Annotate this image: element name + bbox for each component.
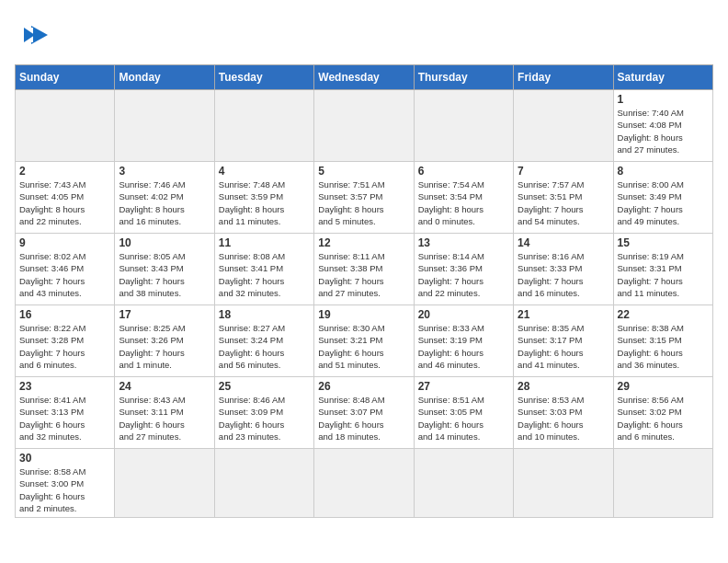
calendar-cell: 3Sunrise: 7:46 AM Sunset: 4:02 PM Daylig… [115, 162, 214, 234]
weekday-header-monday: Monday [115, 65, 214, 90]
day-info: Sunrise: 7:48 AM Sunset: 3:59 PM Dayligh… [219, 178, 310, 227]
day-info: Sunrise: 7:51 AM Sunset: 3:57 PM Dayligh… [318, 178, 409, 227]
day-info: Sunrise: 8:33 AM Sunset: 3:19 PM Dayligh… [418, 322, 509, 371]
day-number: 10 [119, 236, 210, 249]
day-info: Sunrise: 8:38 AM Sunset: 3:15 PM Dayligh… [618, 322, 709, 371]
calendar-cell [16, 90, 115, 162]
day-info: Sunrise: 8:16 AM Sunset: 3:33 PM Dayligh… [518, 250, 609, 299]
calendar-cell [613, 449, 712, 518]
day-number: 28 [518, 380, 609, 393]
calendar-cell [214, 449, 313, 518]
day-number: 15 [618, 236, 709, 249]
day-info: Sunrise: 7:57 AM Sunset: 3:51 PM Dayligh… [518, 178, 609, 227]
day-info: Sunrise: 8:48 AM Sunset: 3:07 PM Dayligh… [318, 394, 409, 442]
calendar-header-row: SundayMondayTuesdayWednesdayThursdayFrid… [16, 65, 713, 90]
day-number: 12 [318, 236, 409, 249]
weekday-header-saturday: Saturday [613, 65, 712, 90]
day-number: 9 [19, 236, 110, 249]
day-number: 21 [518, 308, 609, 321]
calendar-cell [514, 449, 613, 518]
calendar-cell: 6Sunrise: 7:54 AM Sunset: 3:54 PM Daylig… [414, 162, 513, 234]
day-info: Sunrise: 8:56 AM Sunset: 3:02 PM Dayligh… [618, 394, 709, 442]
day-info: Sunrise: 8:51 AM Sunset: 3:05 PM Dayligh… [418, 394, 509, 442]
day-info: Sunrise: 8:22 AM Sunset: 3:28 PM Dayligh… [19, 322, 110, 371]
calendar-cell: 26Sunrise: 8:48 AM Sunset: 3:07 PM Dayli… [314, 377, 414, 449]
calendar-cell [514, 90, 613, 162]
weekday-header-tuesday: Tuesday [214, 65, 313, 90]
day-info: Sunrise: 7:43 AM Sunset: 4:05 PM Dayligh… [19, 178, 110, 227]
page: SundayMondayTuesdayWednesdayThursdayFrid… [0, 0, 728, 527]
day-info: Sunrise: 8:58 AM Sunset: 3:00 PM Dayligh… [19, 465, 110, 514]
day-info: Sunrise: 8:11 AM Sunset: 3:38 PM Dayligh… [318, 250, 409, 299]
calendar-cell: 8Sunrise: 8:00 AM Sunset: 3:49 PM Daylig… [613, 162, 712, 234]
day-number: 26 [318, 380, 409, 393]
calendar-cell: 4Sunrise: 7:48 AM Sunset: 3:59 PM Daylig… [214, 162, 313, 234]
calendar-cell [115, 90, 214, 162]
calendar-cell: 13Sunrise: 8:14 AM Sunset: 3:36 PM Dayli… [414, 234, 513, 305]
day-number: 2 [19, 165, 110, 178]
calendar-cell: 22Sunrise: 8:38 AM Sunset: 3:15 PM Dayli… [613, 305, 712, 377]
calendar-cell: 12Sunrise: 8:11 AM Sunset: 3:38 PM Dayli… [314, 234, 414, 305]
calendar-cell: 19Sunrise: 8:30 AM Sunset: 3:21 PM Dayli… [314, 305, 414, 377]
calendar-cell: 17Sunrise: 8:25 AM Sunset: 3:26 PM Dayli… [115, 305, 214, 377]
day-number: 22 [618, 308, 709, 321]
day-number: 18 [219, 308, 310, 321]
calendar-cell [414, 449, 513, 518]
calendar-cell: 20Sunrise: 8:33 AM Sunset: 3:19 PM Dayli… [414, 305, 513, 377]
calendar-week-5: 30Sunrise: 8:58 AM Sunset: 3:00 PM Dayli… [16, 449, 713, 518]
calendar-cell: 14Sunrise: 8:16 AM Sunset: 3:33 PM Dayli… [514, 234, 613, 305]
day-number: 25 [219, 380, 310, 393]
calendar-cell: 29Sunrise: 8:56 AM Sunset: 3:02 PM Dayli… [613, 377, 712, 449]
calendar-cell: 1Sunrise: 7:40 AM Sunset: 4:08 PM Daylig… [613, 90, 712, 162]
day-number: 6 [418, 165, 509, 178]
calendar-cell [214, 90, 313, 162]
day-info: Sunrise: 8:19 AM Sunset: 3:31 PM Dayligh… [618, 250, 709, 299]
calendar-cell: 10Sunrise: 8:05 AM Sunset: 3:43 PM Dayli… [115, 234, 214, 305]
calendar-cell [115, 449, 214, 518]
day-info: Sunrise: 8:35 AM Sunset: 3:17 PM Dayligh… [518, 322, 609, 371]
calendar-cell: 28Sunrise: 8:53 AM Sunset: 3:03 PM Dayli… [514, 377, 613, 449]
day-info: Sunrise: 8:43 AM Sunset: 3:11 PM Dayligh… [119, 394, 210, 442]
calendar-cell: 2Sunrise: 7:43 AM Sunset: 4:05 PM Daylig… [16, 162, 115, 234]
day-info: Sunrise: 7:40 AM Sunset: 4:08 PM Dayligh… [618, 107, 709, 155]
day-number: 3 [119, 165, 210, 178]
day-number: 4 [219, 165, 310, 178]
weekday-header-thursday: Thursday [414, 65, 513, 90]
day-info: Sunrise: 7:54 AM Sunset: 3:54 PM Dayligh… [418, 178, 509, 227]
day-info: Sunrise: 8:08 AM Sunset: 3:41 PM Dayligh… [219, 250, 310, 299]
calendar-week-2: 9Sunrise: 8:02 AM Sunset: 3:46 PM Daylig… [16, 234, 713, 305]
day-number: 29 [618, 380, 709, 393]
calendar-cell: 30Sunrise: 8:58 AM Sunset: 3:00 PM Dayli… [16, 449, 115, 518]
day-number: 16 [19, 308, 110, 321]
day-number: 14 [518, 236, 609, 249]
calendar-cell: 21Sunrise: 8:35 AM Sunset: 3:17 PM Dayli… [514, 305, 613, 377]
calendar-cell: 27Sunrise: 8:51 AM Sunset: 3:05 PM Dayli… [414, 377, 513, 449]
calendar-week-4: 23Sunrise: 8:41 AM Sunset: 3:13 PM Dayli… [16, 377, 713, 449]
calendar-cell: 16Sunrise: 8:22 AM Sunset: 3:28 PM Dayli… [16, 305, 115, 377]
day-number: 20 [418, 308, 509, 321]
day-info: Sunrise: 8:27 AM Sunset: 3:24 PM Dayligh… [219, 322, 310, 371]
day-number: 30 [19, 452, 110, 465]
day-info: Sunrise: 8:05 AM Sunset: 3:43 PM Dayligh… [119, 250, 210, 299]
weekday-header-friday: Friday [514, 65, 613, 90]
day-info: Sunrise: 8:25 AM Sunset: 3:26 PM Dayligh… [119, 322, 210, 371]
day-number: 23 [19, 380, 110, 393]
calendar-cell: 18Sunrise: 8:27 AM Sunset: 3:24 PM Dayli… [214, 305, 313, 377]
calendar-cell: 15Sunrise: 8:19 AM Sunset: 3:31 PM Dayli… [613, 234, 712, 305]
logo-area [15, 15, 59, 55]
day-info: Sunrise: 8:53 AM Sunset: 3:03 PM Dayligh… [518, 394, 609, 442]
day-info: Sunrise: 8:14 AM Sunset: 3:36 PM Dayligh… [418, 250, 509, 299]
calendar-cell: 11Sunrise: 8:08 AM Sunset: 3:41 PM Dayli… [214, 234, 313, 305]
calendar-cell: 7Sunrise: 7:57 AM Sunset: 3:51 PM Daylig… [514, 162, 613, 234]
day-number: 13 [418, 236, 509, 249]
weekday-header-sunday: Sunday [16, 65, 115, 90]
calendar-table: SundayMondayTuesdayWednesdayThursdayFrid… [15, 64, 713, 518]
day-info: Sunrise: 8:00 AM Sunset: 3:49 PM Dayligh… [618, 178, 709, 227]
day-number: 17 [119, 308, 210, 321]
calendar-cell [314, 449, 414, 518]
calendar-cell: 23Sunrise: 8:41 AM Sunset: 3:13 PM Dayli… [16, 377, 115, 449]
calendar-cell: 9Sunrise: 8:02 AM Sunset: 3:46 PM Daylig… [16, 234, 115, 305]
calendar-cell: 24Sunrise: 8:43 AM Sunset: 3:11 PM Dayli… [115, 377, 214, 449]
day-number: 7 [518, 165, 609, 178]
day-info: Sunrise: 8:02 AM Sunset: 3:46 PM Dayligh… [19, 250, 110, 299]
